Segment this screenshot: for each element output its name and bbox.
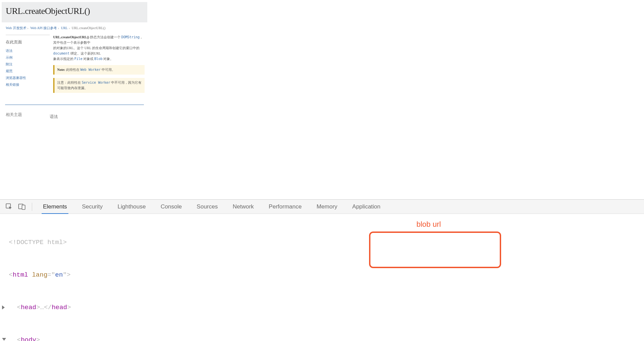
toc-link[interactable]: 附注 <box>6 62 50 67</box>
dom-doctype: <!DOCTYPE html> <box>9 237 641 248</box>
breadcrumb-sep: › <box>57 26 60 30</box>
syntax-heading: 语法 <box>50 112 58 120</box>
devtools-tabbar: Elements Security Lighthouse Console Sou… <box>0 200 644 214</box>
article-text: 绑定。这个新的URL <box>69 52 101 55</box>
toc-link[interactable]: 相关链接 <box>6 82 50 87</box>
note-text: 此特性在 <box>65 68 80 72</box>
tab-elements[interactable]: Elements <box>36 200 74 214</box>
toc-link[interactable]: 规范 <box>6 69 50 74</box>
code-ref[interactable]: Blob <box>94 57 103 61</box>
article-text: 的对象的URL。这个 URL 的生命周期和创建它的窗口中的 <box>53 46 139 50</box>
mdn-doc-preview: URL.createObjectURL() Web 开发技术› Web API … <box>2 2 147 144</box>
tab-console[interactable]: Console <box>153 200 189 214</box>
page-title: URL.createObjectURL() <box>6 6 143 16</box>
code-ref[interactable]: DOMString <box>121 35 139 39</box>
tab-application[interactable]: Application <box>345 200 388 214</box>
tab-lighthouse[interactable]: Lighthouse <box>110 200 153 214</box>
article-text: 象表示指定的 <box>53 57 74 61</box>
breadcrumb-link[interactable]: Web 开发技术 <box>6 26 26 30</box>
toc-link[interactable]: 浏览器兼容性 <box>6 76 50 80</box>
article-text: 对象或 <box>83 57 94 61</box>
dom-node-html-open[interactable]: <html lang="en"> <box>9 269 641 280</box>
breadcrumb-link[interactable]: URL <box>61 26 68 30</box>
article-text: 静态方法会创建一个 <box>89 35 121 39</box>
toc-link[interactable]: 语法 <box>6 48 50 53</box>
breadcrumb-current: URL.createObjectURL() <box>72 26 106 30</box>
svg-rect-2 <box>22 205 25 209</box>
note-label: Note: <box>57 68 65 72</box>
expand-icon[interactable] <box>2 305 5 309</box>
code-ref[interactable]: File <box>74 57 83 61</box>
article-text: URL.createObjectURL() <box>53 35 89 39</box>
tab-security[interactable]: Security <box>74 200 110 214</box>
breadcrumb-link[interactable]: Web API 接口参考 <box>30 26 57 30</box>
mdn-header: URL.createObjectURL() <box>2 2 147 22</box>
breadcrumb: Web 开发技术› Web API 接口参考› URL› URL.createO… <box>2 22 147 33</box>
tab-performance[interactable]: Performance <box>261 200 309 214</box>
toc-link[interactable]: 示例 <box>6 55 50 60</box>
code-ref[interactable]: Web Worker <box>80 68 101 72</box>
code-ref[interactable]: Service Worker <box>82 81 110 84</box>
dom-node-head[interactable]: <head>…</head> <box>9 302 641 313</box>
collapse-icon[interactable] <box>2 338 6 341</box>
breadcrumb-sep: › <box>68 26 71 30</box>
tab-sources[interactable]: Sources <box>189 200 225 214</box>
note-text: 注意：此特性在 <box>57 81 82 84</box>
device-toggle-icon[interactable] <box>16 200 28 214</box>
toc-title: 在此页面 <box>6 39 50 45</box>
article-body: URL.createObjectURL() 静态方法会创建一个 DOMStrin… <box>50 35 145 95</box>
tab-memory[interactable]: Memory <box>309 200 345 214</box>
article-text: 对象。 <box>103 57 114 61</box>
breadcrumb-sep: › <box>26 26 29 30</box>
dom-tree[interactable]: <!DOCTYPE html> <html lang="en"> <head>…… <box>0 214 644 341</box>
note-text: 中可用。 <box>101 68 115 72</box>
code-ref[interactable]: document <box>53 52 69 55</box>
tab-network[interactable]: Network <box>225 200 261 214</box>
related-title: 相关主题 <box>6 112 50 118</box>
tabbar-separator <box>32 203 32 211</box>
note-box: Note: 此特性在 Web Worker 中可用。 <box>53 65 145 75</box>
toc-sidebar: 在此页面 语法 示例 附注 规范 浏览器兼容性 相关链接 <box>6 35 50 95</box>
inspect-element-icon[interactable] <box>3 200 16 214</box>
devtools-panel: Elements Security Lighthouse Console Sou… <box>0 199 644 341</box>
dom-node-body-open[interactable]: <body> <box>9 335 641 341</box>
note-box: 注意：此特性在 Service Worker 中不可用，因为它有可能导致内存泄漏… <box>53 78 145 93</box>
